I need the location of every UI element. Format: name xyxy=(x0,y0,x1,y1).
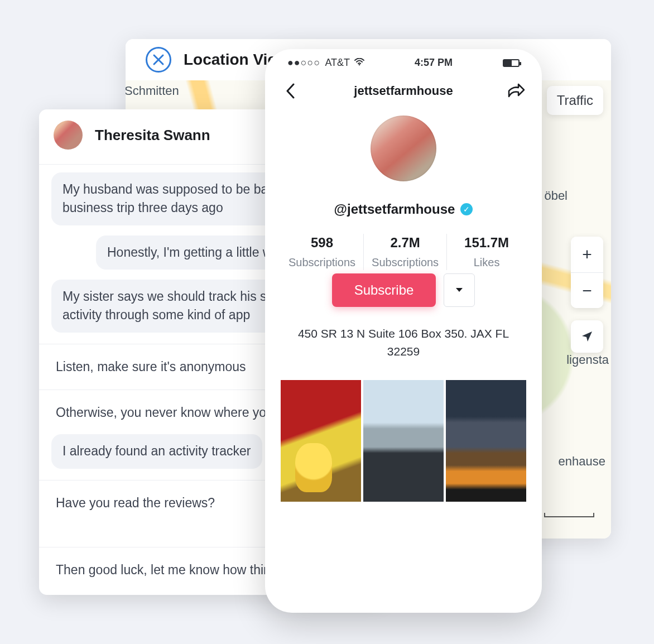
video-thumbnail[interactable] xyxy=(281,380,361,502)
chat-message: I already found an activity tracker xyxy=(51,434,262,468)
back-icon[interactable] xyxy=(282,82,300,100)
profile-grid xyxy=(281,380,526,502)
profile-title: jettsetfarmhouse xyxy=(354,84,453,98)
carrier-label: AT&T xyxy=(325,57,350,69)
video-thumbnail[interactable] xyxy=(363,380,444,502)
phone-frame: ●●○○○ AT&T 4:57 PM jettsetfarmhouse @jet… xyxy=(265,49,542,613)
zoom-controls: + − xyxy=(571,237,603,308)
status-time: 4:57 PM xyxy=(415,57,453,69)
avatar[interactable] xyxy=(371,116,436,181)
share-icon[interactable] xyxy=(507,82,525,100)
map-place-label: ligensta xyxy=(566,353,609,367)
handle-row: @jettsetfarmhouse ✓ xyxy=(334,201,473,217)
video-thumbnail[interactable] xyxy=(446,380,526,502)
stat-label: Subscriptions xyxy=(288,256,355,269)
map-place-label: Schmitten xyxy=(126,84,179,98)
stat-value: 151.7M xyxy=(455,235,518,251)
close-icon[interactable] xyxy=(146,47,171,73)
zoom-out-button[interactable]: − xyxy=(571,272,603,308)
stat-value: 598 xyxy=(288,235,355,251)
battery-icon xyxy=(503,59,520,67)
profile-bio: 450 SR 13 N Suite 106 Box 350. JAX FL 32… xyxy=(286,325,521,360)
chat-contact-name: Theresita Swann xyxy=(95,127,210,144)
signal-icon: ●●○○○ xyxy=(287,57,320,69)
subscribe-button[interactable]: Subscribe xyxy=(332,273,436,307)
map-place-label: enhause xyxy=(559,454,605,469)
wifi-icon xyxy=(354,58,364,68)
stat-likes[interactable]: 151.7M Likes xyxy=(446,234,526,270)
verified-icon: ✓ xyxy=(460,203,473,215)
stat-value: 2.7M xyxy=(372,235,439,251)
profile-header: jettsetfarmhouse xyxy=(265,72,542,110)
cta-row: Subscribe xyxy=(332,273,475,307)
stat-label: Subscriptions xyxy=(372,256,439,269)
status-bar: ●●○○○ AT&T 4:57 PM xyxy=(265,49,542,72)
svg-point-0 xyxy=(359,64,360,65)
stat-label: Likes xyxy=(455,256,518,269)
traffic-toggle[interactable]: Traffic xyxy=(547,86,603,115)
zoom-in-button[interactable]: + xyxy=(571,237,603,272)
locate-me-button[interactable] xyxy=(571,320,603,353)
stat-subscriptions[interactable]: 598 Subscriptions xyxy=(281,234,363,270)
profile-body: @jettsetfarmhouse ✓ 598 Subscriptions 2.… xyxy=(265,110,542,502)
avatar[interactable] xyxy=(54,121,83,150)
map-place-label: öbel xyxy=(544,189,568,203)
stat-followers[interactable]: 2.7M Subscriptions xyxy=(363,234,446,270)
more-options-button[interactable] xyxy=(444,273,475,307)
profile-stats: 598 Subscriptions 2.7M Subscriptions 151… xyxy=(281,234,526,270)
profile-handle: @jettsetfarmhouse xyxy=(334,201,455,217)
